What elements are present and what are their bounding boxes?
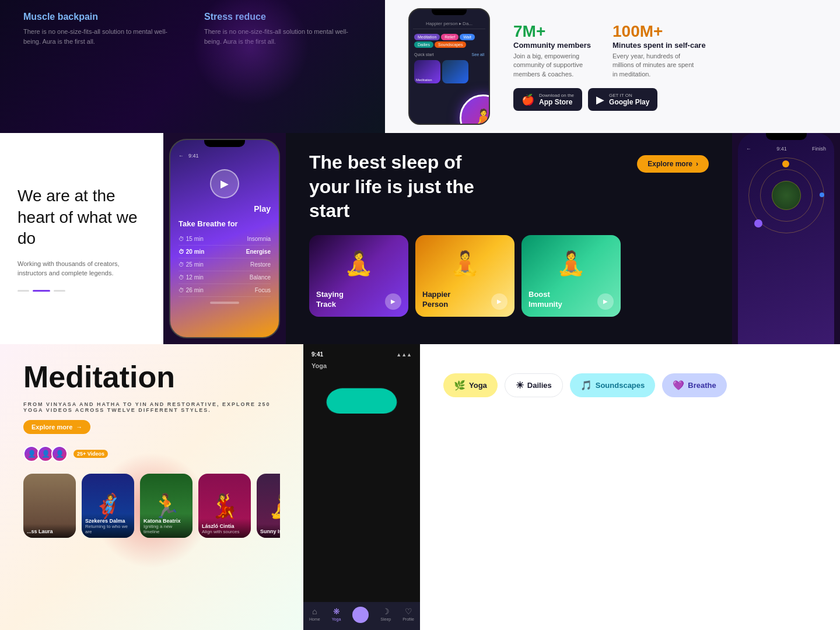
google-play-button[interactable]: ▶ GET IT ON Google Play: [588, 88, 657, 111]
profile-icon: ♡: [405, 607, 412, 616]
label-energise: Energise: [246, 249, 271, 255]
dailies-pill: Dailies: [414, 41, 433, 48]
staying-label: StayingTrack: [316, 290, 344, 310]
dailies-tag-icon: ☀: [516, 380, 524, 391]
soundscapes-tag[interactable]: 🎵 Soundscapes: [570, 373, 656, 397]
creator-card-2[interactable]: 🦸 Szekeres Dalma Returning to who we are: [82, 474, 134, 538]
breathe-items: ⏱ 15 min Insomnia ⏱ 20 min Energise ⏱ 25…: [170, 233, 279, 297]
item-balance[interactable]: ⏱ 12 min Balance: [178, 271, 271, 284]
nav-home[interactable]: ⌂ Home: [309, 607, 320, 623]
item-insomnia[interactable]: ⏱ 15 min Insomnia: [178, 233, 271, 246]
center-button[interactable]: [352, 607, 369, 623]
creator-card-3[interactable]: 🏃 Katona Beatrix Igniting a new timeline: [140, 474, 192, 538]
back-btn[interactable]: ←: [178, 153, 184, 159]
creator-label-1: ...ss Laura: [23, 524, 76, 538]
explore-more-button[interactable]: Explore more ›: [637, 155, 709, 173]
app-download-buttons: 🍎 Download on the App Store ▶ GET IT ON …: [513, 88, 817, 111]
creators-row: ...ss Laura 🦸 Szekeres Dalma Returning t…: [23, 474, 280, 538]
time-restore: ⏱ 25 min: [178, 261, 204, 268]
nav-profile[interactable]: ♡ Profile: [402, 607, 414, 623]
staying-person: 🧘: [309, 235, 408, 292]
boost-immunity-card[interactable]: 🧘 BoostImmunity ▶: [522, 235, 621, 317]
boost-person: 🧘: [522, 235, 621, 292]
google-play-name: Google Play: [609, 98, 649, 106]
arrow-icon: ›: [696, 160, 698, 168]
staying-track-card[interactable]: 🧘 StayingTrack ▶: [309, 235, 408, 317]
orbit-visualization: [748, 158, 824, 233]
staying-play[interactable]: ▶: [385, 293, 401, 310]
creator-name-2: Szekeres Dalma: [85, 518, 131, 524]
relief-pill: Relief: [441, 34, 459, 40]
boost-label: BoostImmunity: [528, 290, 562, 310]
time-energise: ⏱ 20 min: [178, 249, 204, 255]
finish-right[interactable]: Finish: [812, 146, 826, 152]
creator-label-5: Sunny Isabella: [257, 524, 280, 538]
top-section: Muscle backpain There is no one-size-fit…: [0, 0, 840, 133]
yoga-phone-nav: ⌂ Home ❋ Yoga ☽ Sleep ♡ Profile: [303, 602, 420, 630]
phone-notch-right: [766, 133, 807, 140]
dot-2: [33, 290, 50, 292]
phone-header-right: ← 9:41 Finish: [738, 146, 834, 158]
muscle-backpain-card: Muscle backpain There is no one-size-fit…: [23, 12, 181, 46]
breathe-tag-icon: 💜: [673, 380, 684, 391]
app-store-button[interactable]: 🍎 Download on the App Store: [513, 88, 582, 111]
dailies-tag[interactable]: ☀ Dailies: [505, 373, 563, 397]
minutes-desc: Every year, hundreds of millions of minu…: [612, 52, 694, 79]
nav-yoga[interactable]: ❋ Yoga: [332, 607, 341, 623]
back-right[interactable]: ←: [746, 146, 751, 152]
yoga-tag[interactable]: 🌿 Yoga: [443, 373, 498, 397]
creator-card-4[interactable]: 💃 László Cintia Align with sources: [198, 474, 251, 538]
happier-label: HappierPerson: [422, 290, 450, 310]
phone-time: 9:41: [188, 153, 199, 159]
muscle-title: Muscle backpain: [23, 12, 181, 22]
happier-play[interactable]: ▶: [491, 293, 508, 310]
creator-name-3: Katona Beatrix: [144, 518, 189, 524]
creator-label-3: Katona Beatrix Igniting a new timeline: [140, 513, 192, 538]
dot-1: [18, 290, 29, 292]
play-button-middle[interactable]: ▶: [210, 169, 239, 198]
item-restore[interactable]: ⏱ 25 min Restore: [178, 258, 271, 271]
creator-avatars-row: 👤 👤 👤 25+ Videos: [23, 446, 280, 462]
label-restore: Restore: [250, 261, 271, 268]
phone-screen: Happier person ▸ Da... Meditation Relief…: [410, 15, 489, 88]
dailies-tag-label: Dailies: [527, 381, 552, 390]
breathe-tag[interactable]: 💜 Breathe: [662, 373, 726, 397]
middle-section: We are at the heart of what we do Workin…: [0, 133, 840, 344]
creator-role-2: Returning to who we are: [85, 524, 131, 534]
planet-2: [820, 192, 824, 197]
community-stat: 7M+ Community members Join a big, empowe…: [513, 22, 595, 79]
muscle-desc: There is no one-size-fits-all solution t…: [23, 27, 181, 46]
yoga-phone-status-icons: ▲▲▲: [396, 352, 412, 358]
boost-play[interactable]: ▶: [597, 293, 614, 310]
nav-center[interactable]: [352, 607, 369, 623]
creator-role-4: Align with sources: [202, 529, 247, 534]
item-energise[interactable]: ⏱ 20 min Energise: [178, 246, 271, 258]
breathe-phone-mockup: ← 9:41 ▶ Play Take Breathe for ⏱ 15 min …: [169, 139, 280, 338]
dark-center-panel: The best sleep of your life is just the …: [286, 133, 732, 344]
creator-card-1[interactable]: ...ss Laura: [23, 474, 76, 538]
yoga-tag-label: Yoga: [469, 381, 487, 390]
floating-avatar: 🧘: [460, 94, 490, 125]
yoga-subtitle: FROM VINYASA AND HATHA TO YIN AND RESTOR…: [23, 401, 280, 413]
time-right: 9:41: [776, 146, 787, 152]
tags-container: 🌿 Yoga ☀ Dailies 🎵 Soundscapes 💜 Breathe: [443, 362, 817, 409]
planet-1: [782, 160, 789, 167]
creator-label-4: László Cintia Align with sources: [198, 519, 251, 538]
stress-desc: There is no one-size-fits-all solution t…: [204, 27, 362, 46]
creator-card-5[interactable]: 🧘 Sunny Isabella: [257, 474, 280, 538]
yoga-tab-label[interactable]: Yoga: [303, 362, 420, 374]
play-label: Play: [170, 204, 279, 214]
top-left-panel: Muscle backpain There is no one-size-fit…: [0, 0, 385, 133]
bottom-section: Meditation FROM VINYASA AND HATHA TO YIN…: [0, 344, 840, 630]
soundscapes-tag-label: Soundscapes: [596, 381, 645, 390]
orbit-inner: [772, 181, 801, 210]
community-label: Community members: [513, 41, 595, 50]
middle-left-panel: We are at the heart of what we do Workin…: [0, 133, 163, 344]
item-focus[interactable]: ⏱ 26 min Focus: [178, 284, 271, 297]
nav-sleep[interactable]: ☽ Sleep: [380, 607, 391, 623]
creator-role-3: Igniting a new timeline: [144, 524, 189, 534]
happier-person-card[interactable]: 🧘 HappierPerson ▶: [415, 235, 514, 317]
community-value: 7M+: [513, 22, 595, 41]
explore-more-meditation[interactable]: Explore more →: [23, 420, 90, 434]
avatar-3: 👤: [51, 446, 68, 462]
